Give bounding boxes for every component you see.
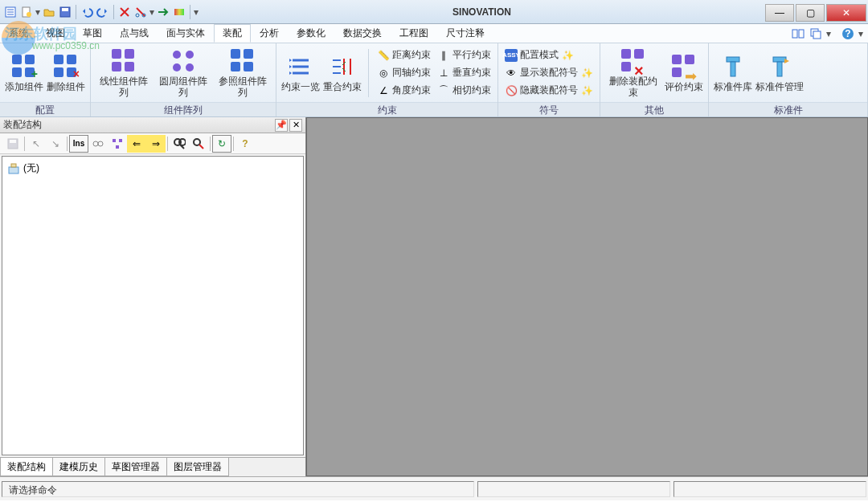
cut-icon[interactable] [133,5,148,19]
maximize-button[interactable]: ▢ [796,4,825,22]
delete-x-icon[interactable] [117,5,132,19]
svg-rect-28 [116,145,119,149]
linear-array-button[interactable]: 线性组件阵列 [96,46,152,100]
menu-drawing[interactable]: 工程图 [391,24,437,43]
tree-content[interactable]: (无) [2,156,304,455]
assembly-tree-panel: 装配结构 📌 ✕ ↖ ↘ Ins ⇐ ⇒ ↻ ? (无) [0,117,306,476]
layout-icon[interactable] [791,27,805,41]
menu-dimension[interactable]: 尺寸注释 [437,24,493,43]
coaxial-constraint-button[interactable]: ◎同轴约束 [375,65,432,81]
redo-icon[interactable] [96,5,110,19]
menu-system[interactable]: 系统 [0,24,37,43]
svg-rect-26 [113,139,116,142]
ribbon: + 添加组件 × 删除组件 配置 线性组件阵列 圆周组件阵列 参照组件阵列 [0,43,868,117]
config-mode-button[interactable]: ASSY配置模式✨ [503,47,595,63]
angle-constraint-button[interactable]: ∠角度约束 [375,83,432,99]
help-icon[interactable]: ? [841,27,855,41]
viewport-3d[interactable] [306,117,868,476]
status-box-2 [674,481,866,497]
distance-icon: 📏 [377,49,390,62]
std-manage-button[interactable]: 标准件管理 [755,46,804,100]
tangent-constraint-button[interactable]: ⌒相切约束 [436,83,493,99]
show-symbol-button[interactable]: 👁显示装配符号✨ [503,65,595,81]
delete-constraint-button[interactable]: × 删除装配约束 [605,46,661,100]
reference-array-button[interactable]: 参照组件阵列 [215,46,271,100]
tb-find-icon[interactable] [170,135,189,153]
pin-button[interactable]: 📌 [275,119,288,132]
hide-symbol-button[interactable]: 🚫隐藏装配符号✨ [503,83,595,99]
svg-rect-32 [9,167,18,173]
panel-header: 装配结构 📌 ✕ [0,117,305,133]
wand-icon: ✨ [561,49,574,62]
gradient-icon[interactable] [172,5,186,19]
tb-out-icon[interactable]: ⇒ [146,135,166,153]
parallel-constraint-button[interactable]: ∥平行约束 [436,47,493,63]
tb-in-icon[interactable]: ⇐ [127,135,146,153]
menu-parametric[interactable]: 参数化 [288,24,334,43]
svg-rect-8 [792,30,797,38]
open-icon[interactable] [42,5,56,19]
undo-icon[interactable] [80,5,94,19]
tb-ins-button[interactable]: Ins [69,135,88,153]
menu-data-exchange[interactable]: 数据交换 [334,24,391,43]
std-lib-button[interactable]: 标准件库 [714,46,752,100]
tb-refresh-icon[interactable]: ↻ [212,135,231,153]
coincident-button[interactable]: 重合约束 [323,46,362,100]
tab-layer-manager[interactable]: 图层管理器 [166,458,229,476]
svg-point-14 [173,51,181,59]
main-area: 装配结构 📌 ✕ ↖ ↘ Ins ⇐ ⇒ ↻ ? (无) [0,117,868,476]
menu-face-solid[interactable]: 面与实体 [158,24,214,43]
arrow-right-icon[interactable] [156,5,170,19]
tb-tree-icon[interactable] [108,135,127,153]
tb-down-icon[interactable]: ↘ [46,135,65,153]
save-icon[interactable] [58,5,72,19]
ribbon-group-standard: 标准件库 标准件管理 标准件 [709,43,868,116]
windows-icon[interactable] [809,27,823,41]
show-icon: 👁 [505,67,518,80]
tangent-icon: ⌒ [437,84,450,97]
quick-access-toolbar: ▾ ▾ ▾ [0,5,199,19]
svg-point-15 [186,51,194,59]
add-component-button[interactable]: + 添加组件 [5,46,43,100]
tb-findnext-icon[interactable] [189,135,208,153]
svg-rect-27 [119,139,122,142]
wand-icon: ✨ [580,67,593,80]
tb-help-icon[interactable]: ? [235,135,255,153]
minimize-button[interactable]: — [765,4,794,22]
titlebar: ▾ ▾ ▾ SINOVATION — ▢ ✕ [0,0,868,24]
menu-sketch[interactable]: 草图 [74,24,111,43]
tab-assembly-tree[interactable]: 装配结构 [0,458,53,476]
app-menu-icon[interactable] [3,5,18,19]
svg-rect-18 [727,57,739,62]
distance-constraint-button[interactable]: 📏距离约束 [375,47,432,63]
wand-icon: ✨ [580,84,593,97]
tb-link-icon[interactable] [88,135,108,153]
tab-model-history[interactable]: 建模历史 [52,458,105,476]
perpendicular-icon: ⊥ [437,67,450,80]
menu-view[interactable]: 视图 [37,24,74,43]
close-button[interactable]: ✕ [826,4,866,22]
tb-save-icon[interactable] [3,135,23,153]
menu-point-line[interactable]: 点与线 [111,24,158,43]
ribbon-group-other: × 删除装配约束 ➡ 评价约束 其他 [600,43,709,116]
svg-point-25 [98,141,103,146]
remove-component-button[interactable]: × 删除组件 [47,46,85,100]
panel-close-button[interactable]: ✕ [289,119,302,132]
panel-toolbar: ↖ ↘ Ins ⇐ ⇒ ↻ ? [0,133,305,154]
menu-analysis[interactable]: 分析 [251,24,288,43]
status-message: 请选择命令 [2,481,474,497]
svg-text:?: ? [845,28,850,39]
tb-up-icon[interactable]: ↖ [27,135,46,153]
evaluate-constraint-button[interactable]: ➡ 评价约束 [665,46,703,100]
new-doc-icon[interactable] [19,5,34,19]
menu-assembly[interactable]: 装配 [214,24,251,43]
constraint-list-button[interactable]: 约束一览 [281,46,320,100]
tree-root-item[interactable]: (无) [6,160,300,177]
svg-rect-33 [11,164,16,167]
circular-array-button[interactable]: 圆周组件阵列 [155,46,211,100]
perpendicular-constraint-button[interactable]: ⊥垂直约束 [436,65,493,81]
svg-rect-23 [10,140,16,143]
svg-rect-11 [813,31,821,39]
tab-sketch-manager[interactable]: 草图管理器 [104,458,167,476]
svg-point-24 [93,141,98,146]
